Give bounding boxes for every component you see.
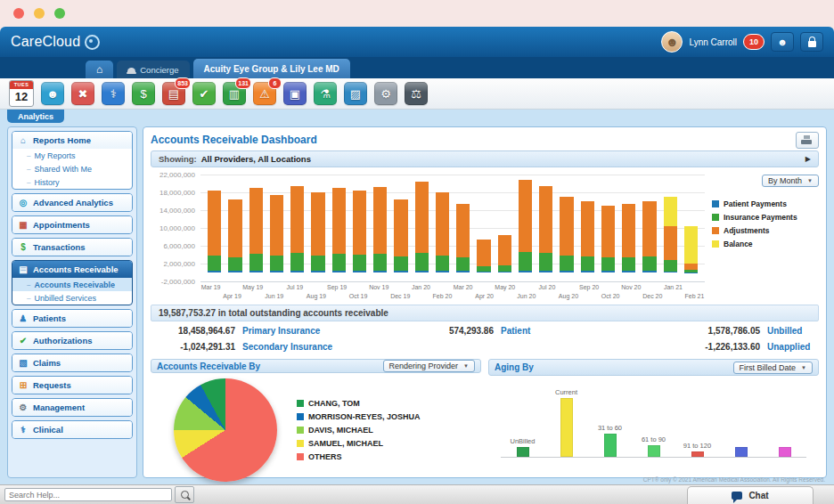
analytics-app-icon[interactable]: ▨ <box>344 82 367 105</box>
print-button[interactable] <box>796 132 819 149</box>
sidebar-item-accounts-receivable[interactable]: ▤Accounts Receivable <box>12 261 132 278</box>
bar-mar-20[interactable] <box>456 204 470 273</box>
sidebar-subitem-shared-with-me[interactable]: –Shared With Me <box>12 162 132 175</box>
aging-bar-91-to-120[interactable] <box>691 451 704 457</box>
patient-payments-segment <box>684 272 698 273</box>
sidebar-item-clinical[interactable]: ⚕Clinical <box>12 421 132 438</box>
main-chart-xlabels-row2: Apr 19Jun 19Aug 19Oct 19Dec 19Feb 20Apr … <box>211 291 715 300</box>
sidebar-subitem-label: Unbilled Services <box>34 294 96 303</box>
notification-count-badge[interactable]: 10 <box>743 34 764 50</box>
bar-nov-19[interactable] <box>373 187 387 272</box>
claims-icon[interactable]: ▤853 <box>162 82 185 105</box>
scheduler-icon[interactable]: ☻ <box>41 82 64 105</box>
sidebar-item-advanced-analytics[interactable]: ◎Advanced Analytics <box>12 194 132 211</box>
alerts-icon[interactable]: ✖ <box>71 82 94 105</box>
sidebar-item-reports-home[interactable]: ⌂Reports Home <box>12 132 132 149</box>
bar-jan-21[interactable] <box>664 197 677 272</box>
stat-label[interactable]: Secondary Insurance <box>242 342 332 352</box>
sidebar-item-claims[interactable]: ▧Claims <box>12 354 132 371</box>
bar-dec-19[interactable] <box>394 199 407 273</box>
minimize-window-button[interactable] <box>34 8 45 19</box>
bar-nov-20[interactable] <box>622 204 635 273</box>
bar-jul-19[interactable] <box>290 186 304 273</box>
aging-bar-bucket-6[interactable] <box>779 447 791 457</box>
bar-dec-20[interactable] <box>642 201 656 272</box>
aging-bar-current[interactable] <box>560 398 573 457</box>
bar-apr-19[interactable] <box>228 199 241 273</box>
search-help-button[interactable] <box>175 486 194 503</box>
payments-icon[interactable]: ▥131 <box>223 82 246 105</box>
stat-label[interactable]: Unapplied <box>767 342 819 352</box>
finance-icon[interactable]: ⚖ <box>405 82 428 105</box>
warnings-icon[interactable]: ⚠6 <box>253 82 276 105</box>
bar-sep-19[interactable] <box>332 188 346 272</box>
sidebar-subitem-unbilled-services[interactable]: –Unbilled Services <box>12 291 132 305</box>
bar-oct-19[interactable] <box>353 191 366 273</box>
clinical-tasks-icon[interactable]: ⚕ <box>102 82 125 105</box>
aging-bar-unbilled[interactable] <box>517 447 529 457</box>
calendar-date-tile[interactable]: TUES 12 <box>9 80 34 107</box>
sidebar-item-authorizations[interactable]: ✔Authorizations <box>12 332 132 349</box>
calendar-day-label: TUES <box>10 81 33 89</box>
sidebar-subitem-accounts-receivable[interactable]: –Accounts Receivable <box>12 278 132 291</box>
bar-mar-19[interactable] <box>208 191 221 273</box>
bar-feb-20[interactable] <box>436 192 449 272</box>
bar-feb-21[interactable] <box>684 226 698 273</box>
main-chart: 22,000,00018,000,00014,000,00010,000,000… <box>151 175 819 300</box>
bar-aug-20[interactable] <box>560 197 573 272</box>
chat-button[interactable]: Chat <box>687 486 814 504</box>
inventory-icon[interactable]: ▣ <box>283 82 307 105</box>
legend-label: Patient Payments <box>724 199 787 208</box>
close-window-button[interactable] <box>13 8 24 19</box>
bar-oct-20[interactable] <box>601 206 615 272</box>
zoom-window-button[interactable] <box>54 8 65 19</box>
billing-icon[interactable]: $ <box>132 82 155 105</box>
bar-may-20[interactable] <box>498 235 511 273</box>
labs-icon[interactable]: ⚗ <box>314 82 337 105</box>
sidebar-section-advanced-analytics: ◎Advanced Analytics <box>12 193 133 212</box>
settings-icon[interactable]: ⚙ <box>374 82 397 105</box>
sidebar-item-transactions[interactable]: $Transactions <box>12 239 132 256</box>
first-billed-date-select[interactable]: First Billed Date ▼ <box>733 362 813 374</box>
stat-label[interactable]: Primary Insurance <box>242 326 320 336</box>
x-tick-label: Oct 20 <box>590 293 632 299</box>
interval-select[interactable]: By Month ▼ <box>762 175 819 187</box>
tab-home[interactable]: ⌂ <box>86 61 113 78</box>
sidebar-subitem-my-reports[interactable]: –My Reports <box>12 149 132 162</box>
expand-arrow-icon[interactable]: ▶ <box>805 155 811 163</box>
stat-label[interactable]: Patient <box>501 326 530 336</box>
bar-may-19[interactable] <box>249 188 263 272</box>
tab-practice[interactable]: Acuity Eye Group & Lily Lee MD <box>193 59 350 78</box>
sidebar-subitem-label: My Reports <box>34 151 75 160</box>
sidebar-item-requests[interactable]: ⊞Requests <box>12 377 132 394</box>
tab-analytics[interactable]: Analytics <box>7 110 64 123</box>
bar-jan-20[interactable] <box>415 182 429 273</box>
logout-button[interactable] <box>800 32 823 52</box>
bar-apr-20[interactable] <box>477 240 490 273</box>
sidebar-item-appointments[interactable]: ▦Appointments <box>12 216 132 233</box>
sidebar-item-patients[interactable]: ♟Patients <box>12 310 132 327</box>
bar-jun-19[interactable] <box>270 195 283 273</box>
brand-logo[interactable]: CareCloud <box>11 34 100 50</box>
patient-payments-segment <box>498 272 511 272</box>
rendering-provider-select-value: Rendering Provider <box>389 362 459 370</box>
aging-bar-61-to-90[interactable] <box>648 445 660 457</box>
approvals-icon[interactable]: ✔ <box>192 82 216 105</box>
rendering-provider-select[interactable]: Rendering Provider ▼ <box>383 360 476 372</box>
tab-concierge[interactable]: Concierge <box>117 61 189 78</box>
aging-bar-31-to-60[interactable] <box>604 434 617 457</box>
providers-pie[interactable] <box>174 378 277 482</box>
brand-mark-icon <box>85 35 100 50</box>
bar-aug-19[interactable] <box>311 192 324 272</box>
sidebar-item-management[interactable]: ⚙Management <box>12 399 132 416</box>
labs-icon-glyph: ⚗ <box>320 88 331 100</box>
bar-jun-20[interactable] <box>519 180 532 272</box>
bar-sep-20[interactable] <box>581 201 594 272</box>
sidebar-subitem-history[interactable]: –History <box>12 175 132 189</box>
avatar[interactable]: ☻ <box>661 31 683 53</box>
aging-bar-bucket-5[interactable] <box>735 447 748 457</box>
stat-label[interactable]: Unbilled <box>767 326 819 336</box>
contacts-button[interactable]: ☻ <box>771 32 794 52</box>
search-help-input[interactable] <box>4 488 172 501</box>
bar-jul-20[interactable] <box>539 186 552 273</box>
